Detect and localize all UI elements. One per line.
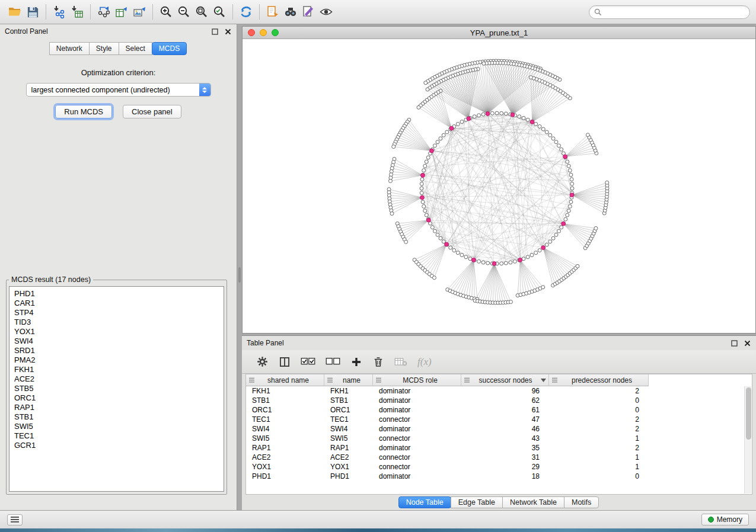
network-search-field[interactable] [589, 5, 750, 19]
table-options-button[interactable] [256, 355, 269, 368]
column-header-shared-name[interactable]: shared name [246, 374, 324, 386]
main-toolbar [0, 0, 756, 24]
export-image-icon [132, 5, 146, 19]
memory-status-icon [708, 517, 714, 523]
control-panel-tab[interactable]: MCDS [152, 42, 187, 55]
mcds-result-item[interactable]: GCR1 [9, 441, 224, 450]
mcds-result-item[interactable]: PHD1 [9, 289, 224, 299]
delete-column-button[interactable] [372, 356, 384, 368]
apply-layout-button[interactable] [237, 3, 255, 21]
table-row[interactable]: PHD1 PHD1 dominator 18 0 [246, 472, 752, 481]
close-panel-icon[interactable] [224, 27, 232, 36]
zoom-fit-button[interactable] [193, 3, 210, 21]
network-window-titlebar[interactable]: YPA_prune.txt_1 [243, 27, 755, 39]
mcds-result-list[interactable]: PHD1 CAR1 STP4 TID3 YOX1 SWI4 SRD1 PMA2 … [9, 286, 224, 492]
mcds-result-item[interactable]: ORC1 [9, 393, 224, 403]
panel-splitter[interactable] [237, 24, 242, 510]
column-header-name[interactable]: name [324, 374, 373, 386]
table-panel-tab[interactable]: Network Table [502, 496, 564, 508]
eye-icon [319, 5, 333, 19]
control-panel-tab[interactable]: Style [89, 42, 119, 55]
table-row[interactable]: YOX1 YOX1 connector 29 1 [246, 462, 752, 472]
table-row[interactable]: SWI4 SWI4 dominator 46 2 [246, 424, 752, 434]
window-close-icon[interactable] [248, 29, 255, 36]
table-panel-header: Table Panel [242, 336, 756, 350]
mcds-result-item[interactable]: RAP1 [9, 403, 224, 412]
clone-network-button[interactable] [264, 3, 282, 21]
mcds-result-item[interactable]: CAR1 [9, 299, 224, 308]
export-table-icon [114, 5, 129, 19]
column-menu-icon[interactable] [375, 377, 382, 383]
mcds-result-item[interactable]: SWI5 [9, 422, 224, 431]
export-network-button[interactable] [95, 3, 113, 21]
mcds-result-item[interactable]: SRD1 [9, 346, 224, 355]
mcds-result-item[interactable]: SWI4 [9, 336, 224, 346]
column-header-predecessor-nodes[interactable]: predecessor nodes [549, 374, 649, 386]
scrollbar-thumb[interactable] [746, 387, 751, 440]
run-mcds-button[interactable]: Run MCDS [55, 105, 112, 118]
mcds-result-item[interactable]: STB5 [9, 384, 224, 393]
search-network-button[interactable] [282, 3, 299, 21]
memory-button[interactable]: Memory [701, 514, 749, 525]
mcds-result-item[interactable]: STB1 [9, 412, 224, 422]
float-panel-icon[interactable] [730, 339, 738, 347]
unchecked-boxes-icon [326, 357, 340, 367]
import-network-button[interactable] [50, 3, 68, 21]
table-row[interactable]: STB1 STB1 dominator 62 0 [246, 396, 752, 405]
column-menu-icon[interactable] [327, 377, 333, 383]
close-panel-icon[interactable] [743, 339, 751, 347]
optimization-criterion-select[interactable]: largest connected component (undirected) [26, 83, 211, 97]
mcds-result-item[interactable]: STP4 [9, 308, 224, 318]
task-history-button[interactable] [7, 514, 23, 525]
deselect-all-button[interactable] [326, 357, 340, 367]
mcds-result-item[interactable]: PMA2 [9, 355, 224, 365]
float-panel-icon[interactable] [210, 27, 219, 36]
table-row[interactable]: FKH1 FKH1 dominator 96 2 [246, 386, 752, 396]
export-network-icon [97, 5, 111, 19]
column-menu-icon[interactable] [248, 377, 255, 383]
mcds-result-item[interactable]: TID3 [9, 318, 224, 327]
column-header-successor-nodes[interactable]: successor nodes [461, 374, 549, 386]
export-image-button[interactable] [130, 3, 148, 21]
open-session-button[interactable] [6, 3, 24, 21]
style-button[interactable] [299, 3, 317, 21]
show-graphics-button[interactable] [317, 3, 335, 21]
zoom-in-button[interactable] [157, 3, 175, 21]
window-maximize-icon[interactable] [272, 29, 279, 36]
zoom-out-button[interactable] [175, 3, 193, 21]
search-input[interactable] [605, 8, 745, 16]
style-brush-icon [301, 5, 315, 19]
save-session-button[interactable] [24, 3, 42, 21]
import-table-button[interactable] [68, 3, 86, 21]
select-all-button[interactable] [301, 357, 315, 367]
export-table-button[interactable] [113, 3, 130, 21]
table-row[interactable]: SWI5 SWI5 connector 43 1 [246, 434, 752, 443]
control-panel-tab[interactable]: Network [49, 42, 90, 55]
table-scrollbar[interactable] [744, 386, 751, 493]
toolbar-separator [90, 4, 91, 20]
table-panel-tab[interactable]: Motifs [564, 496, 599, 508]
column-menu-icon[interactable] [464, 377, 470, 383]
table-panel-tab[interactable]: Node Table [398, 496, 451, 508]
close-panel-button[interactable]: Close panel [123, 105, 181, 118]
mcds-result-item[interactable]: YOX1 [9, 327, 224, 336]
column-menu-icon[interactable] [551, 377, 558, 383]
show-columns-button[interactable] [279, 356, 291, 368]
network-canvas[interactable] [243, 39, 755, 333]
clear-table-icon [394, 357, 407, 367]
mcds-result-item[interactable]: ACE2 [9, 374, 224, 384]
mcds-result-item[interactable]: FKH1 [9, 365, 224, 374]
table-row[interactable]: ACE2 ACE2 connector 31 1 [246, 453, 752, 462]
table-row[interactable]: ORC1 ORC1 dominator 61 0 [246, 405, 752, 415]
splitter-grip [238, 267, 241, 283]
column-header-mcds-role[interactable]: MCDS role [373, 374, 461, 386]
table-row[interactable]: RAP1 RAP1 dominator 35 2 [246, 443, 752, 453]
mcds-result-item[interactable]: TEC1 [9, 431, 224, 441]
table-panel-tab[interactable]: Edge Table [451, 496, 503, 508]
window-minimize-icon[interactable] [260, 29, 267, 36]
table-row[interactable]: TEC1 TEC1 connector 47 2 [246, 415, 752, 424]
control-panel-tab[interactable]: Select [119, 42, 152, 55]
zoom-selected-button[interactable] [210, 3, 228, 21]
create-column-button[interactable] [350, 356, 362, 368]
columns-icon [279, 356, 291, 368]
